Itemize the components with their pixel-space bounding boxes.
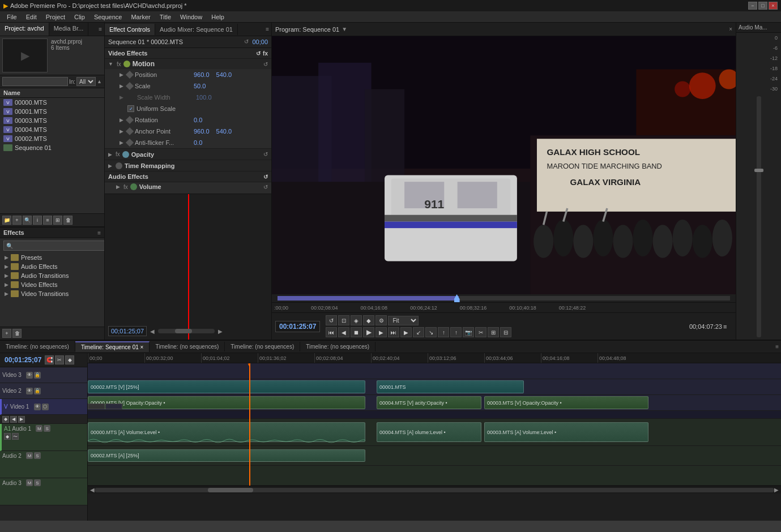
video3-lock-icon[interactable]: 🔒 (34, 372, 41, 379)
audio1-waveform-btn[interactable]: 〜 (12, 433, 19, 440)
fit-select[interactable]: Fit 25% 50% 75% 100% (388, 316, 419, 325)
opacity-expand-arrow[interactable]: ▶ (108, 152, 112, 157)
scroll-thumb[interactable] (208, 488, 253, 492)
ec-reset-icon[interactable]: ↺ (244, 38, 249, 45)
lift-button[interactable]: ↑ (438, 327, 449, 337)
menu-marker[interactable]: Marker (126, 12, 155, 22)
rotation-expand-arrow[interactable]: ▶ (120, 117, 123, 123)
new-custom-bin-button[interactable]: + (2, 329, 11, 338)
scroll-right-btn[interactable]: ▶ (774, 487, 779, 493)
audio3-solo-icon[interactable]: S (34, 479, 41, 486)
video1-keyframe-nav-right[interactable]: ▶ (18, 416, 25, 423)
anchor-y-value[interactable]: 540.0 (216, 128, 232, 135)
overwrite-button[interactable]: ↘ (425, 327, 437, 337)
clip-00002-v2[interactable]: 00002.MTS [V] [25%] (88, 380, 365, 393)
position-expand-arrow[interactable]: ▶ (120, 72, 123, 78)
safe-margins-button[interactable]: ⊡ (338, 315, 349, 325)
anchor-expand-arrow[interactable]: ▶ (120, 128, 123, 134)
menu-sequence[interactable]: Sequence (89, 12, 127, 22)
audio1-mute-icon[interactable]: M (36, 425, 42, 432)
markers-button[interactable]: ◆ (363, 315, 374, 325)
clip-00003-v1[interactable]: 00003.MTS [V] Opacity:Opacity • (484, 396, 648, 409)
tab-media-browser[interactable]: Media Br... (49, 23, 89, 36)
clip-00002-a2[interactable]: 00002.MTS [A] [25%] (88, 449, 365, 462)
settings-button[interactable]: ⚙ (375, 315, 387, 325)
motion-reset-icon[interactable]: ↺ (263, 61, 268, 67)
antiflicker-expand-arrow[interactable]: ▶ (120, 140, 123, 145)
effects-item-video-effects[interactable]: ▶ Video Effects (0, 280, 104, 289)
uniform-scale-checkbox[interactable]: ✓ (127, 105, 134, 112)
list-item[interactable]: V 00003.MTS (0, 116, 104, 125)
menu-title[interactable]: Title (155, 12, 176, 22)
tab-project-avchd[interactable]: Project: avchd (0, 23, 49, 36)
reset-icon[interactable]: ↺ (256, 50, 261, 57)
position-y-value[interactable]: 540.0 (216, 71, 232, 78)
gang-button[interactable]: ⊞ (488, 327, 499, 337)
icon-view-button[interactable]: ⊞ (53, 216, 62, 225)
menu-window[interactable]: Window (176, 12, 207, 22)
menu-clip[interactable]: Clip (70, 12, 89, 22)
multi-camera-button[interactable]: ⊟ (500, 327, 511, 337)
effects-menu-icon[interactable]: ≡ (97, 230, 101, 236)
motion-collapse-arrow[interactable]: ▼ (108, 61, 113, 67)
trim-monitor-button[interactable]: ✂ (475, 327, 486, 337)
video1-keyframe-nav-left[interactable]: ◀ (10, 416, 17, 423)
list-view-button[interactable]: ≡ (43, 216, 52, 225)
opacity-reset-icon[interactable]: ↺ (263, 151, 268, 157)
frame-forward-button[interactable]: ▶ (375, 327, 387, 337)
add-marker-button[interactable]: ◆ (65, 355, 74, 364)
effects-item-audio-transitions[interactable]: ▶ Audio Transitions (0, 271, 104, 280)
video3-eye-icon[interactable]: 👁 (26, 372, 33, 379)
video1-add-keyframe[interactable]: ◆ (2, 416, 9, 423)
tl-tab-seq01[interactable]: Timeline: Sequence 01 × (75, 341, 150, 352)
list-item[interactable]: V 00004.MTS (0, 125, 104, 134)
list-item[interactable]: V 00001.MTS (0, 107, 104, 116)
tab-audio-mixer[interactable]: Audio Mixer: Sequence 01 (155, 24, 238, 35)
clip-00003-a1[interactable]: 00003.MTS [A] Volume:Level • (484, 422, 648, 442)
fx-icon[interactable]: fx (263, 50, 268, 57)
tl-panel-menu-icon[interactable]: ≡ (775, 344, 779, 350)
step-back-button[interactable]: ⏮ (326, 327, 337, 337)
new-item-button[interactable]: + (12, 216, 22, 225)
monitor-close-icon[interactable]: × (729, 26, 732, 32)
output-button[interactable]: ◈ (351, 315, 362, 325)
volume-expand-arrow[interactable]: ▶ (116, 184, 120, 190)
monitor-scrub-bar[interactable] (278, 296, 730, 301)
video2-eye-icon[interactable]: 👁 (26, 388, 33, 394)
tl-current-time[interactable]: 00;01:25;07 (2, 355, 44, 365)
list-item[interactable]: Sequence 01 (0, 143, 104, 152)
scale-expand-arrow[interactable]: ▶ (120, 83, 123, 89)
export-frame-button[interactable]: 📷 (463, 327, 474, 337)
in-select[interactable]: All (76, 77, 96, 86)
scale-value[interactable]: 50.0 (194, 83, 206, 89)
find-button[interactable]: 🔍 (23, 216, 32, 225)
antiflicker-value[interactable]: 0.0 (194, 139, 202, 146)
play-in-out-button[interactable]: ▶ (400, 327, 412, 337)
ec-panel-menu-icon[interactable]: ≡ (266, 26, 269, 32)
audio2-mute-icon[interactable]: M (26, 452, 33, 459)
tl-tab-noseq-4[interactable]: Timeline: (no sequences) (300, 342, 375, 351)
video1-eye-icon[interactable]: 👁 (34, 404, 41, 410)
scroll-up-btn[interactable]: ▲ (97, 79, 102, 84)
loop-button[interactable]: ↺ (326, 315, 337, 325)
info-button[interactable]: i (33, 216, 42, 225)
monitor-dropdown-icon[interactable]: ▼ (342, 26, 347, 32)
menu-project[interactable]: Project (41, 12, 70, 22)
effects-item-video-transitions[interactable]: ▶ Video Transitions (0, 289, 104, 298)
time-remap-expand-arrow[interactable]: ▶ (108, 163, 112, 169)
scroll-left-btn[interactable]: ◀ (90, 487, 95, 493)
list-item[interactable]: V 00000.MTS (0, 98, 104, 107)
menu-help[interactable]: Help (207, 12, 229, 22)
extract-button[interactable]: ↑ (450, 327, 462, 337)
effects-item-presets[interactable]: ▶ Presets (0, 253, 104, 262)
clip-00004-v1[interactable]: 00004.MTS [V] acity:Opacity • (377, 396, 481, 409)
audio3-mute-icon[interactable]: M (26, 479, 33, 486)
delete-button[interactable]: 🗑 (63, 216, 72, 225)
list-item[interactable]: V 00002.MTS (0, 134, 104, 143)
position-x-value[interactable]: 960.0 (194, 71, 210, 78)
clip-00001-v2[interactable]: 00001.MTS (377, 380, 524, 393)
stop-button[interactable]: ⏹ (351, 327, 362, 337)
menu-file[interactable]: File (2, 12, 22, 22)
video1-sync-icon[interactable]: ⬡ (42, 404, 49, 410)
tl-tab-noseq-2[interactable]: Timeline: (no sequences) (150, 342, 225, 351)
